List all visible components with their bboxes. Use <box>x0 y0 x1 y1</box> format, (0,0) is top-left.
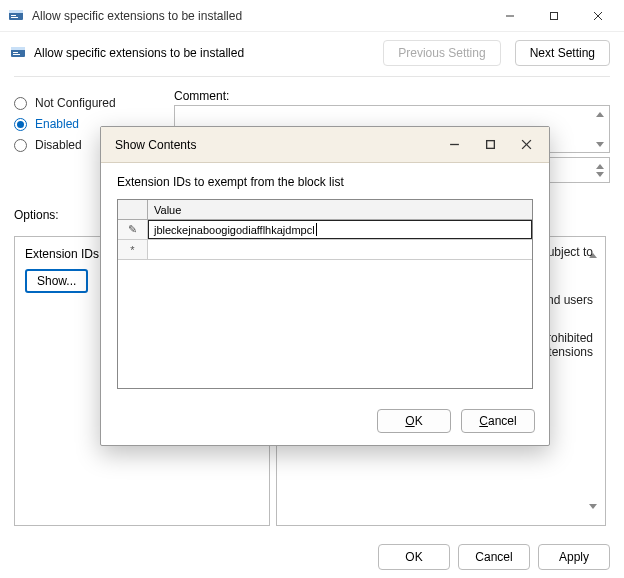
svg-rect-2 <box>11 15 16 16</box>
close-button[interactable] <box>576 1 620 31</box>
row-selector-header[interactable] <box>118 200 148 219</box>
svg-rect-11 <box>13 54 20 55</box>
window-title: Allow specific extensions to be installe… <box>32 9 488 23</box>
policy-icon <box>10 45 26 61</box>
dialog-title: Show Contents <box>115 138 437 152</box>
svg-rect-10 <box>13 52 18 53</box>
header-row: Allow specific extensions to be installe… <box>0 32 624 72</box>
svg-rect-9 <box>11 47 25 50</box>
comment-label: Comment: <box>174 89 610 103</box>
main-cancel-button[interactable]: Cancel <box>458 544 530 570</box>
grid-header: Value <box>118 200 532 220</box>
radio-icon <box>14 118 27 131</box>
policy-title: Allow specific extensions to be installe… <box>34 46 369 60</box>
window-controls <box>488 1 620 31</box>
separator <box>14 76 610 77</box>
maximize-button[interactable] <box>532 1 576 31</box>
dialog-instruction: Extension IDs to exempt from the block l… <box>117 175 533 189</box>
show-button[interactable]: Show... <box>25 269 88 293</box>
options-heading: Options: <box>14 208 59 222</box>
svg-rect-13 <box>486 141 494 149</box>
dialog-minimize-button[interactable] <box>437 131 471 159</box>
main-ok-button[interactable]: OK <box>378 544 450 570</box>
value-column-header[interactable]: Value <box>148 200 532 219</box>
scroll-down-icon[interactable] <box>593 137 607 151</box>
value-grid[interactable]: Value ✎ jbleckejnaboogigodiafflhkajdmpcl… <box>117 199 533 389</box>
grid-row-new[interactable]: * <box>118 240 532 260</box>
svg-rect-5 <box>551 12 558 19</box>
dialog-footer: OK Cancel <box>101 399 549 445</box>
scroll-down-icon[interactable] <box>589 509 603 523</box>
grid-row-editing[interactable]: ✎ jbleckejnaboogigodiafflhkajdmpcl <box>118 220 532 240</box>
scroll-up-icon[interactable] <box>593 107 607 121</box>
radio-icon <box>14 139 27 152</box>
dialog-close-button[interactable] <box>509 131 543 159</box>
main-titlebar: Allow specific extensions to be installe… <box>0 0 624 32</box>
row-new-indicator-icon: * <box>118 240 148 259</box>
radio-not-configured[interactable]: Not Configured <box>14 96 174 110</box>
policy-editor-icon <box>8 8 24 24</box>
svg-rect-3 <box>11 17 18 18</box>
svg-rect-1 <box>9 10 23 13</box>
dialog-titlebar: Show Contents <box>101 127 549 163</box>
dialog-maximize-button[interactable] <box>473 131 507 159</box>
main-apply-button[interactable]: Apply <box>538 544 610 570</box>
scroll-down-icon[interactable] <box>593 167 607 181</box>
row-edit-indicator-icon: ✎ <box>118 220 148 239</box>
show-contents-dialog: Show Contents Extension IDs to exempt fr… <box>100 126 550 446</box>
main-footer: OK Cancel Apply <box>378 544 610 570</box>
previous-setting-button[interactable]: Previous Setting <box>383 40 500 66</box>
value-cell-empty[interactable] <box>148 240 532 259</box>
radio-icon <box>14 97 27 110</box>
dialog-cancel-button[interactable]: Cancel <box>461 409 535 433</box>
minimize-button[interactable] <box>488 1 532 31</box>
next-setting-button[interactable]: Next Setting <box>515 40 610 66</box>
value-cell-input[interactable]: jbleckejnaboogigodiafflhkajdmpcl <box>148 220 532 239</box>
dialog-ok-button[interactable]: OK <box>377 409 451 433</box>
